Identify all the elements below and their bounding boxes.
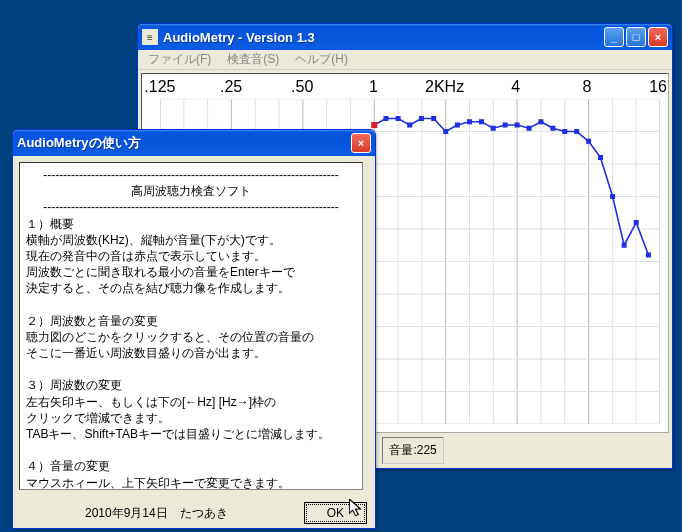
help-footer: 2010年9月14日 たつあき OK — [13, 496, 375, 528]
svg-rect-54 — [622, 243, 627, 248]
svg-rect-44 — [503, 122, 508, 127]
svg-rect-43 — [491, 126, 496, 131]
main-title: AudioMetry - Version 1.3 — [163, 30, 604, 45]
svg-rect-35 — [396, 116, 401, 121]
ok-button[interactable]: OK — [304, 502, 367, 524]
svg-rect-45 — [515, 122, 520, 127]
x-tick-label: .25 — [220, 78, 242, 96]
help-title: AudioMetryの使い方 — [17, 134, 351, 152]
svg-rect-56 — [646, 252, 651, 257]
svg-rect-55 — [634, 220, 639, 225]
svg-rect-36 — [407, 122, 412, 127]
svg-rect-57 — [371, 122, 377, 128]
app-icon: ≡ — [142, 29, 158, 45]
x-tick-label: 2KHz — [425, 78, 464, 96]
x-axis-labels: .125.25.5012KHz4816 — [142, 78, 668, 96]
help-client: ----------------------------------------… — [13, 156, 375, 496]
svg-rect-46 — [527, 126, 532, 131]
x-tick-label: 1 — [369, 78, 378, 96]
x-tick-label: 16 — [649, 78, 667, 96]
menu-file[interactable]: ファイル(F) — [142, 49, 217, 70]
menu-help[interactable]: ヘルプ(H) — [289, 49, 354, 70]
svg-rect-34 — [383, 116, 388, 121]
volume-readout: 音量:225 — [382, 437, 443, 464]
svg-rect-53 — [610, 194, 615, 199]
svg-rect-52 — [598, 155, 603, 160]
maximize-button[interactable]: □ — [626, 27, 646, 47]
x-tick-label: .50 — [291, 78, 313, 96]
svg-rect-40 — [455, 122, 460, 127]
svg-rect-48 — [550, 126, 555, 131]
help-dialog: AudioMetryの使い方 × -----------------------… — [12, 129, 376, 529]
main-titlebar[interactable]: ≡ AudioMetry - Version 1.3 _ □ × — [138, 24, 672, 50]
svg-rect-41 — [467, 119, 472, 124]
x-tick-label: 8 — [582, 78, 591, 96]
svg-rect-38 — [431, 116, 436, 121]
svg-rect-39 — [443, 129, 448, 134]
minimize-button[interactable]: _ — [604, 27, 624, 47]
help-titlebar[interactable]: AudioMetryの使い方 × — [13, 130, 375, 156]
svg-rect-37 — [419, 116, 424, 121]
svg-rect-42 — [479, 119, 484, 124]
menubar: ファイル(F) 検査音(S) ヘルプ(H) — [138, 50, 672, 70]
help-date: 2010年9月14日 たつあき — [21, 505, 292, 522]
help-textbox[interactable]: ----------------------------------------… — [19, 162, 363, 490]
svg-rect-50 — [574, 129, 579, 134]
svg-rect-51 — [586, 139, 591, 144]
menu-testtone[interactable]: 検査音(S) — [221, 49, 285, 70]
svg-rect-49 — [562, 129, 567, 134]
help-close-button[interactable]: × — [351, 133, 371, 153]
x-tick-label: .125 — [144, 78, 175, 96]
svg-rect-47 — [538, 119, 543, 124]
close-button[interactable]: × — [648, 27, 668, 47]
x-tick-label: 4 — [511, 78, 520, 96]
